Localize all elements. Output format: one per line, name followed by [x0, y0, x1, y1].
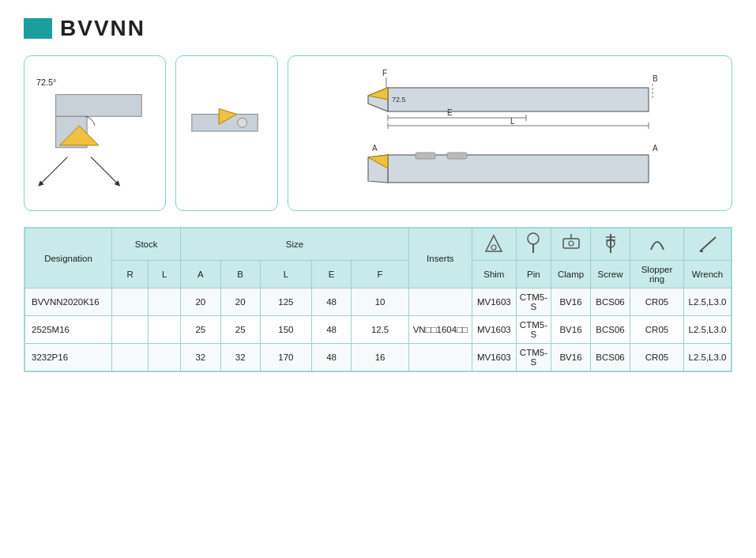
cell-size-e: 48	[311, 288, 351, 316]
table-header-row-1: Designation Stock Size Inserts	[25, 228, 732, 261]
col-header-slopper-icon	[630, 228, 684, 261]
cell-designation: 3232P16	[25, 344, 112, 371]
shim-icon	[483, 232, 505, 254]
cell-stock-r	[112, 344, 149, 371]
col-header-size: Size	[181, 228, 409, 261]
cell-inserts	[408, 288, 472, 316]
svg-rect-36	[563, 239, 579, 248]
cell-inserts	[408, 344, 472, 371]
col-sub-l2: L	[260, 261, 311, 288]
diagram-right: F B E L 72.5 A A	[288, 55, 732, 211]
cell-size-b: 25	[220, 316, 260, 344]
diagram-mid-svg	[184, 70, 269, 197]
cell-size-a: 20	[181, 288, 220, 316]
cell-size-l: 125	[260, 288, 311, 316]
cell-pin: CTM5-S	[516, 288, 551, 316]
diagram-section: 72.5°	[24, 55, 732, 211]
cell-size-b: 32	[220, 344, 260, 371]
diagram-mid	[175, 55, 278, 211]
cell-shim: MV1603	[472, 344, 516, 371]
svg-text:L: L	[510, 117, 515, 126]
table-row: 3232P1632321704816MV1603CTM5-SBV16BCS06C…	[25, 344, 732, 371]
cell-slopper: CR05	[630, 316, 684, 344]
svg-line-4	[40, 156, 68, 184]
col-sub-a: A	[181, 261, 220, 288]
diagram-left: 72.5°	[24, 55, 166, 211]
cell-designation: 2525M16	[25, 316, 112, 344]
cell-screw: BCS06	[591, 288, 630, 316]
specs-table: Designation Stock Size Inserts	[24, 228, 732, 371]
cell-size-b: 20	[220, 288, 260, 316]
col-sub-pin-label: Pin	[516, 261, 551, 288]
col-sub-f: F	[352, 261, 409, 288]
svg-point-37	[569, 241, 574, 246]
screw-icon	[600, 232, 621, 254]
svg-point-34	[528, 233, 539, 244]
slopper-icon	[645, 232, 670, 254]
cell-clamp: BV16	[551, 344, 591, 371]
cell-size-a: 25	[181, 316, 220, 344]
col-header-wrench-icon	[684, 228, 732, 261]
col-header-designation: Designation	[25, 228, 112, 288]
cell-size-l: 150	[260, 316, 311, 344]
table-body: BVVNN2020K1620201254810MV1603CTM5-SBV16B…	[25, 288, 732, 371]
col-sub-shim-label: Shim	[472, 261, 516, 288]
col-sub-clamp-label: Clamp	[551, 261, 591, 288]
cell-shim: MV1603	[472, 316, 516, 344]
svg-line-5	[91, 156, 118, 184]
cell-shim: MV1603	[472, 288, 516, 316]
col-header-screw-icon	[591, 228, 630, 261]
svg-rect-31	[447, 153, 467, 159]
svg-rect-30	[416, 153, 435, 159]
table-section: Designation Stock Size Inserts	[24, 227, 732, 372]
col-header-clamp-icon	[551, 228, 591, 261]
header-badge	[24, 18, 52, 39]
cell-pin: CTM5-S	[516, 316, 551, 344]
diagram-left-svg: 72.5°	[32, 70, 157, 197]
cell-designation: BVVNN2020K16	[25, 288, 112, 316]
svg-rect-1	[56, 94, 142, 116]
col-sub-r: R	[112, 261, 149, 288]
cell-slopper: CR05	[630, 344, 684, 371]
cell-stock-r	[112, 316, 149, 344]
svg-rect-13	[388, 88, 649, 111]
cell-pin: CTM5-S	[516, 344, 551, 371]
svg-line-43	[700, 237, 716, 251]
cell-clamp: BV16	[551, 316, 591, 344]
col-header-stock: Stock	[112, 228, 181, 261]
col-sub-screw-label: Screw	[591, 261, 630, 288]
svg-text:72.5: 72.5	[392, 96, 406, 104]
cell-wrench: L2.5,L3.0	[684, 344, 732, 371]
diagram-right-svg: F B E L 72.5 A A	[344, 64, 676, 202]
cell-clamp: BV16	[551, 288, 591, 316]
col-sub-b: B	[220, 261, 260, 288]
clamp-icon	[560, 232, 582, 254]
cell-size-a: 32	[181, 344, 220, 371]
page-title: BVVNN	[60, 16, 145, 41]
cell-size-l: 170	[260, 344, 311, 371]
page-header: BVVNN	[24, 16, 732, 41]
svg-text:F: F	[382, 69, 387, 77]
svg-text:A: A	[372, 144, 378, 153]
cell-size-f: 16	[352, 344, 409, 371]
svg-text:E: E	[447, 108, 453, 117]
table-row: BVVNN2020K1620201254810MV1603CTM5-SBV16B…	[25, 288, 732, 316]
svg-text:72.5°: 72.5°	[36, 77, 56, 86]
pin-icon	[525, 232, 542, 254]
svg-point-33	[491, 245, 496, 250]
cell-wrench: L2.5,L3.0	[684, 316, 732, 344]
cell-stock-l	[149, 344, 181, 371]
col-sub-e: E	[311, 261, 351, 288]
col-header-shim-icon	[472, 228, 516, 261]
wrench-icon	[695, 232, 720, 254]
col-sub-l: L	[149, 261, 181, 288]
svg-marker-32	[486, 236, 502, 251]
cell-stock-l	[149, 288, 181, 316]
cell-size-f: 10	[352, 288, 409, 316]
col-sub-wrench-label: Wrench	[684, 261, 732, 288]
cell-screw: BCS06	[591, 344, 630, 371]
table-header-row-2: R L A B L E F Shim Pin Clamp Screw Slopp…	[25, 261, 732, 288]
table-row: 2525M1625251504812.5VN□□1604□□MV1603CTM5…	[25, 316, 732, 344]
cell-screw: BCS06	[591, 316, 630, 344]
col-sub-slopper-label: Slopper ring	[630, 261, 684, 288]
